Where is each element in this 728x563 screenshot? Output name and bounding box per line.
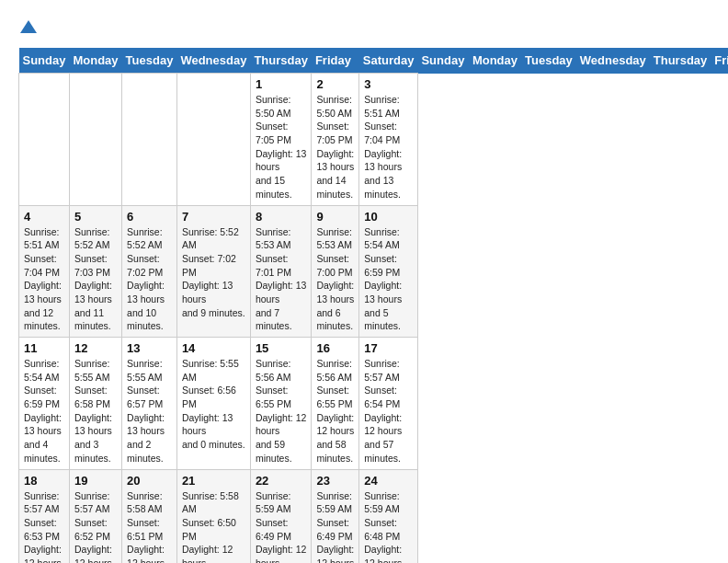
day-info: Sunrise: 5:53 AM Sunset: 7:00 PM Dayligh…	[316, 225, 354, 334]
header-wednesday: Wednesday	[576, 48, 650, 74]
day-number: 5	[74, 210, 117, 224]
day-number: 20	[127, 474, 172, 488]
day-info: Sunrise: 5:56 AM Sunset: 6:55 PM Dayligh…	[316, 357, 354, 465]
calendar-cell: 12Sunrise: 5:55 AM Sunset: 6:58 PM Dayli…	[69, 338, 121, 470]
day-info: Sunrise: 5:50 AM Sunset: 7:05 PM Dayligh…	[256, 93, 307, 201]
calendar-cell: 16Sunrise: 5:56 AM Sunset: 6:55 PM Dayli…	[312, 338, 359, 470]
day-info: Sunrise: 5:59 AM Sunset: 6:49 PM Dayligh…	[316, 489, 354, 564]
day-info: Sunrise: 5:52 AM Sunset: 7:02 PM Dayligh…	[182, 225, 245, 320]
day-number: 23	[316, 474, 354, 488]
day-info: Sunrise: 5:54 AM Sunset: 6:59 PM Dayligh…	[364, 225, 413, 334]
calendar-cell: 7Sunrise: 5:52 AM Sunset: 7:02 PM Daylig…	[176, 205, 250, 338]
calendar-cell: 3Sunrise: 5:51 AM Sunset: 7:04 PM Daylig…	[359, 74, 418, 206]
day-number: 24	[364, 474, 413, 488]
calendar-cell: 5Sunrise: 5:52 AM Sunset: 7:03 PM Daylig…	[69, 205, 121, 338]
day-number: 3	[364, 77, 413, 91]
header-thursday: Thursday	[250, 48, 312, 74]
day-number: 12	[74, 341, 117, 355]
calendar-cell: 19Sunrise: 5:57 AM Sunset: 6:52 PM Dayli…	[69, 469, 121, 563]
calendar-cell	[122, 74, 177, 206]
svg-marker-0	[20, 20, 37, 33]
calendar-table: SundayMondayTuesdayWednesdayThursdayFrid…	[18, 48, 728, 563]
day-number: 21	[182, 474, 245, 488]
header-sunday: Sunday	[19, 48, 70, 74]
header-saturday: Saturday	[359, 48, 418, 74]
calendar-cell	[176, 74, 250, 206]
calendar-cell: 14Sunrise: 5:55 AM Sunset: 6:56 PM Dayli…	[176, 338, 250, 470]
day-info: Sunrise: 5:54 AM Sunset: 6:59 PM Dayligh…	[24, 357, 64, 465]
day-info: Sunrise: 5:57 AM Sunset: 6:53 PM Dayligh…	[24, 489, 64, 564]
day-number: 19	[74, 474, 117, 488]
header-monday: Monday	[469, 48, 521, 74]
calendar-cell: 4Sunrise: 5:51 AM Sunset: 7:04 PM Daylig…	[19, 205, 70, 338]
calendar-week-3: 11Sunrise: 5:54 AM Sunset: 6:59 PM Dayli…	[19, 338, 729, 470]
header-friday: Friday	[711, 48, 728, 74]
day-info: Sunrise: 5:52 AM Sunset: 7:02 PM Dayligh…	[127, 225, 172, 334]
calendar-cell: 1Sunrise: 5:50 AM Sunset: 7:05 PM Daylig…	[250, 74, 312, 206]
calendar-cell: 15Sunrise: 5:56 AM Sunset: 6:55 PM Dayli…	[250, 338, 312, 470]
header-tuesday: Tuesday	[521, 48, 576, 74]
page-header	[18, 18, 710, 39]
day-number: 13	[127, 341, 172, 355]
day-number: 9	[316, 210, 354, 224]
calendar-week-1: 1Sunrise: 5:50 AM Sunset: 7:05 PM Daylig…	[19, 74, 729, 206]
header-monday: Monday	[69, 48, 121, 74]
day-number: 8	[256, 210, 307, 224]
day-info: Sunrise: 5:53 AM Sunset: 7:01 PM Dayligh…	[256, 225, 307, 334]
logo-bird-icon	[20, 18, 37, 35]
day-number: 1	[256, 77, 307, 91]
day-info: Sunrise: 5:51 AM Sunset: 7:04 PM Dayligh…	[24, 225, 64, 334]
logo	[18, 18, 37, 39]
calendar-cell: 20Sunrise: 5:58 AM Sunset: 6:51 PM Dayli…	[122, 469, 177, 563]
day-number: 18	[24, 474, 64, 488]
calendar-cell	[19, 74, 70, 206]
calendar-cell: 24Sunrise: 5:59 AM Sunset: 6:48 PM Dayli…	[359, 469, 418, 563]
calendar-cell: 22Sunrise: 5:59 AM Sunset: 6:49 PM Dayli…	[250, 469, 312, 563]
calendar-cell: 18Sunrise: 5:57 AM Sunset: 6:53 PM Dayli…	[19, 469, 70, 563]
calendar-cell: 2Sunrise: 5:50 AM Sunset: 7:05 PM Daylig…	[312, 74, 359, 206]
calendar-cell: 13Sunrise: 5:55 AM Sunset: 6:57 PM Dayli…	[122, 338, 177, 470]
day-info: Sunrise: 5:57 AM Sunset: 6:52 PM Dayligh…	[74, 489, 117, 564]
header-sunday: Sunday	[417, 48, 468, 74]
day-number: 17	[364, 341, 413, 355]
calendar-cell: 8Sunrise: 5:53 AM Sunset: 7:01 PM Daylig…	[250, 205, 312, 338]
day-info: Sunrise: 5:59 AM Sunset: 6:49 PM Dayligh…	[256, 489, 307, 564]
calendar-week-2: 4Sunrise: 5:51 AM Sunset: 7:04 PM Daylig…	[19, 205, 729, 338]
day-number: 4	[24, 210, 64, 224]
day-info: Sunrise: 5:56 AM Sunset: 6:55 PM Dayligh…	[256, 357, 307, 465]
day-info: Sunrise: 5:55 AM Sunset: 6:57 PM Dayligh…	[127, 357, 172, 465]
calendar-week-4: 18Sunrise: 5:57 AM Sunset: 6:53 PM Dayli…	[19, 469, 729, 563]
day-number: 15	[256, 341, 307, 355]
calendar-cell: 17Sunrise: 5:57 AM Sunset: 6:54 PM Dayli…	[359, 338, 418, 470]
day-info: Sunrise: 5:52 AM Sunset: 7:03 PM Dayligh…	[74, 225, 117, 334]
header-wednesday: Wednesday	[176, 48, 250, 74]
header-thursday: Thursday	[650, 48, 711, 74]
day-info: Sunrise: 5:55 AM Sunset: 6:58 PM Dayligh…	[74, 357, 117, 465]
day-number: 14	[182, 341, 245, 355]
day-number: 6	[127, 210, 172, 224]
header-tuesday: Tuesday	[122, 48, 177, 74]
day-info: Sunrise: 5:58 AM Sunset: 6:50 PM Dayligh…	[182, 489, 245, 564]
calendar-header-row: SundayMondayTuesdayWednesdayThursdayFrid…	[19, 48, 729, 74]
day-info: Sunrise: 5:55 AM Sunset: 6:56 PM Dayligh…	[182, 357, 245, 452]
calendar-cell	[69, 74, 121, 206]
calendar-cell: 23Sunrise: 5:59 AM Sunset: 6:49 PM Dayli…	[312, 469, 359, 563]
day-number: 16	[316, 341, 354, 355]
calendar-cell: 6Sunrise: 5:52 AM Sunset: 7:02 PM Daylig…	[122, 205, 177, 338]
day-info: Sunrise: 5:57 AM Sunset: 6:54 PM Dayligh…	[364, 357, 413, 465]
day-info: Sunrise: 5:58 AM Sunset: 6:51 PM Dayligh…	[127, 489, 172, 564]
calendar-cell: 11Sunrise: 5:54 AM Sunset: 6:59 PM Dayli…	[19, 338, 70, 470]
day-number: 22	[256, 474, 307, 488]
day-number: 7	[182, 210, 245, 224]
day-number: 2	[316, 77, 354, 91]
calendar-cell: 9Sunrise: 5:53 AM Sunset: 7:00 PM Daylig…	[312, 205, 359, 338]
day-info: Sunrise: 5:50 AM Sunset: 7:05 PM Dayligh…	[316, 93, 354, 201]
header-friday: Friday	[312, 48, 359, 74]
calendar-cell: 21Sunrise: 5:58 AM Sunset: 6:50 PM Dayli…	[176, 469, 250, 563]
day-number: 11	[24, 341, 64, 355]
day-info: Sunrise: 5:59 AM Sunset: 6:48 PM Dayligh…	[364, 489, 413, 564]
calendar-cell: 10Sunrise: 5:54 AM Sunset: 6:59 PM Dayli…	[359, 205, 418, 338]
day-number: 10	[364, 210, 413, 224]
day-info: Sunrise: 5:51 AM Sunset: 7:04 PM Dayligh…	[364, 93, 413, 201]
